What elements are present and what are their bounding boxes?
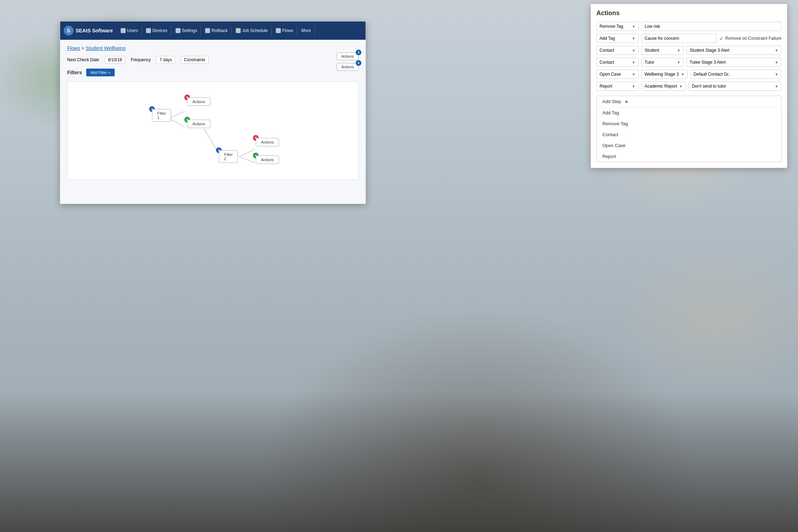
breadcrumb-parent[interactable]: Flows (67, 45, 80, 51)
nav-bar: S SEAtS Software Users Devices Settings … (60, 21, 366, 40)
breadcrumb-current[interactable]: Student Wellbeing (86, 45, 126, 51)
next-check-input[interactable]: 8/10/18 (105, 56, 125, 64)
add-step-dropdown: Add Step ▶ Add Tag Remove Tag Contact Op… (596, 96, 781, 162)
add-tag-arrow: ▼ (632, 37, 635, 40)
tutor-template-arrow: ▼ (775, 61, 778, 64)
constraints-button[interactable]: Constraints (181, 56, 209, 64)
svg-line-2 (239, 149, 255, 157)
frequency-input[interactable]: 7 days (156, 56, 175, 64)
nav-rollback[interactable]: Rollback (202, 26, 232, 35)
devices-icon (146, 28, 151, 33)
top-action-2-badge: 6 (356, 60, 361, 66)
contact-2-arrow: ▼ (632, 61, 635, 64)
desk-area (0, 391, 798, 532)
dropdown-contact[interactable]: Contact (597, 129, 781, 140)
report-arrow: ▼ (632, 84, 635, 88)
add-tag-label: Add Tag (600, 36, 615, 41)
contact-1-label: Contact (600, 48, 614, 53)
add-filter-button[interactable]: Add Filter + (86, 69, 115, 76)
action-row-report: Report ▼ Academic Report ▼ Don't send to… (596, 82, 781, 91)
actions-f2-fail-button[interactable]: Actions (256, 138, 279, 146)
filters-bar: Filters Add Filter + (67, 69, 359, 76)
academic-report-select[interactable]: Academic Report ▼ (641, 82, 686, 91)
tutor-template-select[interactable]: Tutee Stage 3 Alert ▼ (686, 58, 781, 67)
app-window: S SEAtS Software Users Devices Settings … (60, 21, 366, 204)
logo-text: SEAtS Software (76, 28, 113, 33)
tutor-select[interactable]: Tutor ▼ (641, 58, 684, 67)
add-tag-select[interactable]: Add Tag ▼ (596, 34, 639, 43)
dont-send-select[interactable]: Don't send to tutor ▼ (689, 82, 781, 91)
filter1-label: Filter 1 (152, 109, 171, 122)
nav-flows-label: Flows (282, 28, 293, 33)
remove-constraint-checkbox-row: ✓ Remove on Constraint Failure (720, 36, 781, 41)
cause-for-concern-text: Cause for concern (645, 36, 679, 41)
nav-devices-label: Devices (152, 28, 167, 33)
report-label: Report (600, 84, 612, 89)
nav-settings[interactable]: Settings (172, 26, 201, 35)
student-arrow: ▼ (677, 49, 680, 52)
top-action-1-button[interactable]: Actions (337, 52, 359, 60)
logo-icon: S (64, 26, 74, 36)
remove-tag-arrow: ▼ (632, 25, 635, 28)
add-step-container: Add Step ▶ Add Tag Remove Tag Contact Op… (596, 96, 781, 162)
nav-more-label: More (301, 28, 311, 33)
dropdown-open-case[interactable]: Open Case (597, 140, 781, 151)
action-row-contact-tutor: Contact ▼ Tutor ▼ Tutee Stage 3 Alert ▼ (596, 58, 781, 67)
nav-users[interactable]: Users (117, 26, 142, 35)
dropdown-remove-tag[interactable]: Remove Tag (597, 118, 781, 129)
student-template-arrow: ▼ (775, 49, 778, 52)
svg-line-3 (239, 157, 255, 163)
content-area: Flows > Student Wellbeing Next Check Dat… (60, 40, 366, 204)
logo[interactable]: S SEAtS Software (64, 26, 113, 36)
contact-1-select[interactable]: Contact ▼ (596, 46, 639, 55)
nav-jobschedule-label: Job Schedule (242, 28, 268, 33)
tutor-text: Tutor (645, 60, 654, 65)
open-case-select[interactable]: Open Case ▼ (596, 70, 639, 79)
dropdown-report[interactable]: Report (597, 151, 781, 162)
nav-settings-label: Settings (182, 28, 197, 33)
top-action-1-badge: 3 (356, 50, 361, 55)
top-action-2-button[interactable]: Actions (337, 63, 359, 71)
tutor-arrow: ▼ (677, 61, 680, 64)
wellbeing-text: Wellbeing Stage 3 (645, 72, 679, 77)
student-text: Student (645, 48, 659, 53)
flow-connectors (68, 82, 358, 179)
dont-send-arrow: ▼ (775, 84, 778, 88)
action-row-remove-tag: Remove Tag ▼ Low risk (596, 22, 781, 31)
nav-users-label: Users (127, 28, 138, 33)
open-case-label: Open Case (600, 72, 621, 77)
student-select[interactable]: Student ▼ (641, 46, 684, 55)
schedule-icon (236, 28, 241, 33)
academic-report-arrow: ▼ (679, 84, 683, 88)
actions-f1-fail-button[interactable]: Actions (187, 97, 210, 106)
nav-more[interactable]: More (298, 26, 315, 35)
student-template-select[interactable]: Student Stage 3 Alert ▼ (686, 46, 781, 55)
wellbeing-select[interactable]: Wellbeing Stage 3 ▼ (641, 70, 688, 79)
tutor-template-text: Tutee Stage 3 Alert (690, 60, 726, 65)
dropdown-add-tag[interactable]: Add Tag (597, 107, 781, 118)
svg-line-0 (169, 111, 185, 118)
add-step-item[interactable]: Add Step ▶ (597, 96, 781, 107)
remove-tag-select[interactable]: Remove Tag ▼ (596, 22, 639, 31)
report-select[interactable]: Report ▼ (596, 82, 639, 91)
top-actions: 3 Actions 6 Actions (337, 52, 359, 71)
nav-devices[interactable]: Devices (142, 26, 171, 35)
action-row-contact-student: Contact ▼ Student ▼ Student Stage 3 Aler… (596, 46, 781, 55)
remove-tag-label: Remove Tag (600, 24, 623, 29)
actions-f2-pass-button[interactable]: Actions (256, 156, 279, 164)
users-icon (121, 28, 126, 33)
actions-f1-pass-button[interactable]: Actions (187, 120, 210, 128)
nav-rollback-label: Rollback (211, 28, 228, 33)
contact-2-select[interactable]: Contact ▼ (596, 58, 639, 67)
cause-for-concern-value[interactable]: Cause for concern (641, 34, 717, 43)
rollback-icon (205, 28, 210, 33)
frequency-label: Frequency (131, 57, 151, 62)
nav-flows[interactable]: Flows (272, 26, 297, 35)
top-action-2: 6 Actions (337, 63, 359, 71)
nav-jobschedule[interactable]: Job Schedule (232, 26, 272, 35)
low-risk-value[interactable]: Low risk (641, 22, 781, 31)
default-contact-select[interactable]: Default Contact Gr.. ▼ (690, 70, 781, 79)
flow-diagram: 2 Filter 1 3 ✕ Actions 6 ✓ Actions 2 Fil… (67, 81, 359, 180)
action-row-open-case: Open Case ▼ Wellbeing Stage 3 ▼ Default … (596, 70, 781, 79)
settings-icon (176, 28, 180, 33)
